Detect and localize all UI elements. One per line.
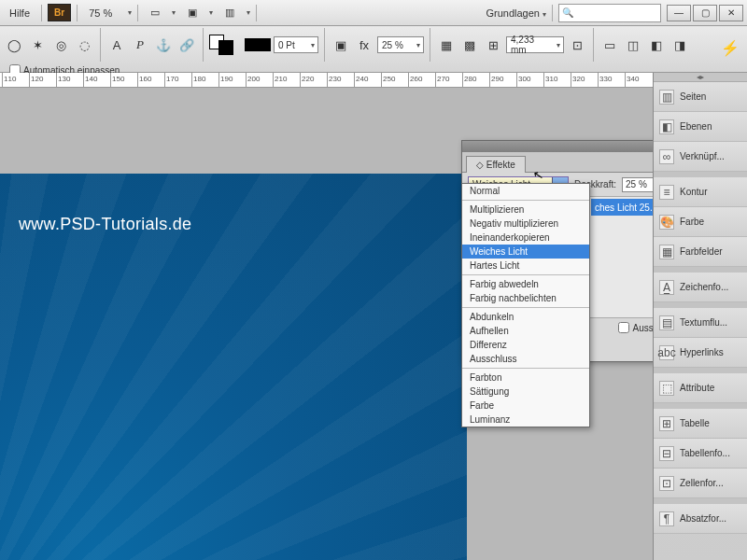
close-button[interactable]: ✕ — [719, 5, 743, 21]
blend-mode-option[interactable]: Negativ multiplizieren — [462, 217, 589, 231]
panel-icon: ▦ — [659, 245, 674, 259]
fit-frame-icon[interactable]: ⊡ — [567, 35, 587, 54]
fill-square-icon[interactable]: ▣ — [331, 35, 351, 54]
fit-proportional-icon[interactable]: ▦ — [436, 35, 457, 54]
control-toolbar: ◯ ✶ ◎ ◌ A P ⚓ 🔗 0 Pt ▣ fx 25 % ▦ ▩ ⊞ 4,2… — [0, 26, 747, 73]
horizontal-ruler: 1101201301401501601701801902002102202302… — [0, 73, 747, 88]
canvas-text: www.PSD-Tutorials.de — [19, 215, 191, 234]
ruler-tick-label: 310 — [545, 75, 557, 83]
wrap-bounds-icon[interactable]: ◫ — [623, 35, 643, 54]
separator — [430, 28, 430, 62]
ellipse-icon[interactable]: ◯ — [4, 35, 24, 54]
fit-content-icon[interactable]: ⊞ — [483, 35, 503, 54]
ruler-tick-label: 150 — [112, 75, 124, 83]
search-input[interactable]: 🔍 — [558, 4, 661, 22]
panel-label: Zellenfor... — [680, 478, 724, 488]
ruler-tick-label: 290 — [491, 75, 503, 83]
wrap-object-icon[interactable]: ◧ — [646, 35, 667, 54]
ruler-tick-label: 130 — [58, 75, 70, 83]
maximize-button[interactable]: ▢ — [693, 5, 717, 21]
zoom-level[interactable]: 75 % — [83, 6, 122, 21]
workspace-switcher[interactable]: Grundlagen ▾ — [486, 7, 546, 19]
bridge-button[interactable]: Br — [48, 4, 71, 21]
dock-collapse-icon[interactable]: ◂▸ — [654, 73, 747, 82]
fill-stroke-swatches[interactable] — [209, 35, 233, 55]
blend-mode-option[interactable]: Farbig nachbelichten — [462, 291, 589, 305]
panel-item[interactable]: ⊞Tabelle — [654, 409, 747, 439]
panel-item[interactable]: ⬚Attribute — [654, 373, 747, 403]
panel-icon: ⊡ — [659, 476, 674, 491]
panel-item[interactable]: ◧Ebenen — [654, 112, 747, 142]
stroke-weight-field[interactable]: 0 Pt — [274, 36, 318, 53]
char-format-icon[interactable]: A — [106, 35, 127, 54]
target-icon[interactable]: ◎ — [50, 35, 71, 54]
panel-label: Verknüpf... — [680, 151, 725, 161]
blend-mode-option[interactable]: Sättigung — [462, 385, 589, 399]
panel-item[interactable]: ∞Verknüpf... — [654, 142, 747, 172]
para-format-icon[interactable]: P — [130, 35, 150, 54]
tab-effects[interactable]: ◇ Effekte — [466, 156, 526, 173]
document-canvas[interactable]: www.PSD-Tutorials.de — [0, 174, 467, 560]
dashed-ellipse-icon[interactable]: ◌ — [74, 35, 94, 54]
arrange-icon[interactable]: ▥ — [218, 4, 241, 22]
separator — [77, 5, 78, 21]
panel-item[interactable]: ≡Kontur — [654, 177, 747, 207]
fit-fill-icon[interactable]: ▩ — [459, 35, 480, 54]
chevron-down-icon[interactable]: ▾ — [128, 8, 132, 17]
panel-icon: ◧ — [659, 119, 674, 134]
ruler-tick-label: 160 — [139, 75, 151, 83]
separator — [256, 5, 257, 21]
blend-mode-option[interactable]: Hartes Licht — [462, 259, 589, 273]
view-options-icon[interactable]: ▣ — [181, 4, 204, 22]
panel-item[interactable]: ▤Textumflu... — [654, 308, 747, 338]
panel-label: Textumflu... — [680, 317, 727, 328]
panel-label: Attribute — [680, 383, 714, 393]
blend-mode-option[interactable]: Ineinanderkopieren — [462, 231, 589, 245]
blend-mode-option[interactable]: Farbe — [462, 399, 589, 413]
panel-icon: ∞ — [659, 149, 674, 164]
panel-item[interactable]: ¶Absatzfor... — [654, 504, 747, 534]
panel-icon: ⊟ — [659, 446, 674, 461]
dimension-field[interactable]: 4,233 mm — [506, 36, 564, 53]
minimize-button[interactable]: — — [667, 5, 691, 21]
blend-mode-option[interactable]: Differenz — [462, 338, 589, 352]
wrap-jump-icon[interactable]: ◨ — [669, 35, 690, 54]
screen-mode-icon[interactable]: ▭ — [144, 4, 166, 22]
ruler-tick-label: 260 — [410, 75, 422, 83]
opacity-field[interactable]: 25 % — [377, 36, 424, 53]
chain-icon[interactable]: 🔗 — [176, 35, 197, 54]
window-controls: — ▢ ✕ — [667, 5, 743, 21]
ruler-tick-label: 200 — [247, 75, 260, 83]
wrap-none-icon[interactable]: ▭ — [599, 35, 620, 54]
panel-label: Farbfelder — [680, 246, 723, 257]
blend-mode-option[interactable]: Luminanz — [462, 413, 589, 427]
blend-mode-option[interactable]: Weiches Licht — [462, 245, 589, 259]
blend-mode-option[interactable]: Abdunkeln — [462, 310, 589, 324]
blend-mode-option[interactable]: Farbig abwedeln — [462, 277, 589, 291]
blend-mode-option[interactable]: Normal — [462, 184, 589, 198]
blend-mode-option[interactable]: Farbton — [462, 371, 589, 385]
panel-label: Absatzfor... — [680, 513, 726, 524]
ruler-tick-label: 230 — [329, 75, 341, 83]
panel-item[interactable]: ▦Farbfelder — [654, 237, 747, 267]
panel-label: Zeichenfo... — [680, 282, 728, 292]
panel-label: Tabellenfo... — [680, 448, 730, 458]
effects-icon[interactable]: fx — [354, 35, 374, 54]
panel-item[interactable]: abcHyperlinks — [654, 338, 747, 368]
blend-mode-option[interactable]: Multiplizieren — [462, 203, 589, 217]
panel-item[interactable]: 🎨Farbe — [654, 207, 747, 237]
panel-item[interactable]: ⊡Zellenfor... — [654, 469, 747, 498]
panel-item[interactable]: ⊟Tabellenfo... — [654, 439, 747, 469]
blend-mode-option[interactable]: Aufhellen — [462, 324, 589, 338]
panel-item[interactable]: A̲Zeichenfo... — [654, 273, 747, 302]
blend-mode-option[interactable]: Ausschluss — [462, 352, 589, 366]
ruler-tick-label: 250 — [383, 75, 395, 83]
star-icon[interactable]: ✶ — [27, 35, 48, 54]
menu-bar: Hilfe Br 75 % ▾ ▭▾ ▣▾ ▥▾ Grundlagen ▾ 🔍 … — [0, 0, 747, 26]
lightning-icon[interactable]: ⚡ — [721, 39, 740, 57]
ruler-tick-label: 270 — [437, 75, 449, 83]
anchor-icon[interactable]: ⚓ — [153, 35, 174, 54]
stroke-preview[interactable] — [245, 38, 271, 51]
panel-item[interactable]: ▥Seiten — [654, 82, 747, 112]
help-menu[interactable]: Hilfe — [4, 6, 35, 21]
